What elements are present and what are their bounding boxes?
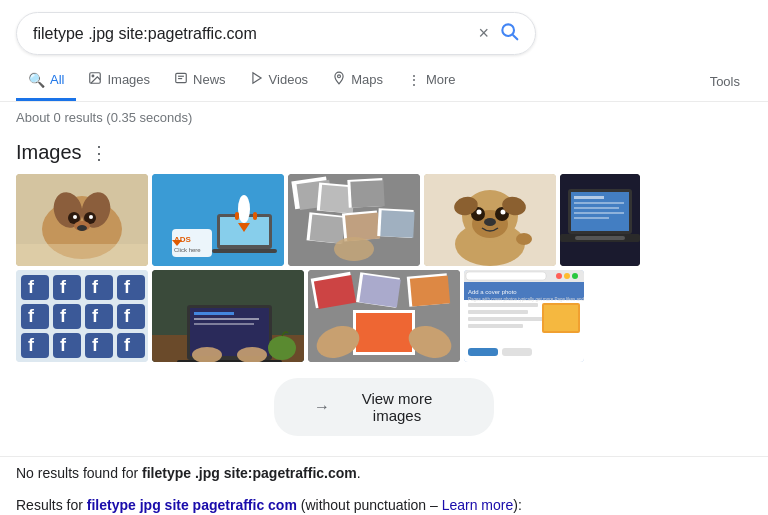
svg-text:f: f xyxy=(28,277,35,297)
svg-point-19 xyxy=(77,225,87,231)
all-icon: 🔍 xyxy=(28,72,45,88)
image-row-1: ADS Click here xyxy=(16,174,752,266)
svg-rect-84 xyxy=(117,304,145,329)
search-input[interactable] xyxy=(33,25,478,43)
search-button[interactable] xyxy=(499,21,519,46)
images-header: Images ⋮ xyxy=(16,141,752,164)
svg-rect-43 xyxy=(345,213,380,242)
svg-text:Add a cover photo: Add a cover photo xyxy=(468,289,517,295)
svg-rect-113 xyxy=(356,313,412,352)
nav-label-images: Images xyxy=(107,72,150,87)
learn-more-link[interactable]: Learn more xyxy=(442,497,514,513)
svg-text:f: f xyxy=(60,277,67,297)
images-menu-icon[interactable]: ⋮ xyxy=(90,142,108,164)
image-cell-photos[interactable] xyxy=(288,174,420,266)
svg-rect-41 xyxy=(310,214,346,243)
svg-rect-109 xyxy=(359,274,401,307)
nav-label-all: All xyxy=(50,72,64,87)
image-cell-dog[interactable] xyxy=(16,174,148,266)
nav-label-more: More xyxy=(426,72,456,87)
maps-icon xyxy=(332,71,346,88)
nav-item-news[interactable]: News xyxy=(162,61,238,101)
news-icon xyxy=(174,71,188,88)
svg-rect-68 xyxy=(574,217,609,219)
image-cell-rocket[interactable]: ADS Click here xyxy=(152,174,284,266)
svg-point-104 xyxy=(268,336,296,360)
svg-rect-27 xyxy=(212,249,277,253)
svg-text:f: f xyxy=(60,306,67,326)
view-more-label: View more images xyxy=(340,390,454,424)
image-cell-laptop-person[interactable] xyxy=(152,270,304,362)
view-more-wrapper: → View more images xyxy=(0,362,768,452)
nav-item-videos[interactable]: Videos xyxy=(238,61,321,101)
svg-point-121 xyxy=(572,273,578,279)
images-icon xyxy=(88,71,102,88)
suggestion-suffix: ): xyxy=(513,497,522,513)
svg-rect-131 xyxy=(544,305,578,331)
results-info: About 0 results (0.35 seconds) xyxy=(0,102,768,133)
svg-rect-86 xyxy=(21,333,49,358)
svg-rect-100 xyxy=(194,318,259,320)
svg-rect-70 xyxy=(21,275,49,300)
svg-rect-82 xyxy=(85,304,113,329)
svg-point-28 xyxy=(238,195,250,223)
svg-text:f: f xyxy=(92,335,99,355)
svg-point-55 xyxy=(484,218,496,226)
nav-label-news: News xyxy=(193,72,226,87)
image-cell-facebook[interactable]: f f f f f f f f f xyxy=(16,270,148,362)
images-section: Images ⋮ xyxy=(0,133,768,362)
tools-button[interactable]: Tools xyxy=(698,64,752,99)
view-more-button[interactable]: → View more images xyxy=(274,378,494,436)
svg-rect-31 xyxy=(253,212,257,220)
svg-point-8 xyxy=(338,75,341,78)
svg-rect-45 xyxy=(380,210,414,238)
svg-rect-111 xyxy=(410,275,450,306)
svg-rect-78 xyxy=(21,304,49,329)
svg-point-0 xyxy=(502,24,514,36)
svg-text:Pages with cover photos typica: Pages with cover photos typically get mo… xyxy=(468,297,584,302)
svg-text:f: f xyxy=(28,335,35,355)
svg-rect-76 xyxy=(117,275,145,300)
nav-item-all[interactable]: 🔍 All xyxy=(16,62,76,101)
svg-rect-63 xyxy=(575,236,625,240)
svg-rect-133 xyxy=(502,348,532,356)
search-bar: × xyxy=(16,12,536,55)
search-bar-wrapper: × xyxy=(0,0,768,55)
svg-point-17 xyxy=(89,215,93,219)
image-cell-pug[interactable] xyxy=(424,174,556,266)
svg-rect-128 xyxy=(468,317,548,321)
svg-text:f: f xyxy=(92,277,99,297)
svg-point-3 xyxy=(93,75,95,77)
image-row-2: f f f f f f f f f xyxy=(16,270,752,362)
svg-point-53 xyxy=(477,210,482,215)
clear-icon[interactable]: × xyxy=(478,23,489,44)
svg-rect-98 xyxy=(177,360,282,362)
svg-rect-80 xyxy=(53,304,81,329)
no-results-prefix: No results found for xyxy=(16,465,142,481)
nav-item-images[interactable]: Images xyxy=(76,61,162,101)
svg-point-16 xyxy=(73,215,77,219)
svg-text:f: f xyxy=(124,277,131,297)
suggestion-link[interactable]: filetype jpg site pagetraffic com xyxy=(87,497,297,513)
svg-rect-74 xyxy=(85,275,113,300)
suggestion-middle: (without punctuation – xyxy=(297,497,442,513)
svg-rect-90 xyxy=(85,333,113,358)
svg-rect-127 xyxy=(468,310,528,314)
no-results-text: No results found for filetype .jpg site:… xyxy=(0,456,768,489)
svg-rect-65 xyxy=(574,202,624,204)
nav-item-more[interactable]: ⋮ More xyxy=(395,62,468,101)
image-cell-hands-photos[interactable] xyxy=(308,270,460,362)
nav-item-maps[interactable]: Maps xyxy=(320,61,395,101)
svg-text:f: f xyxy=(92,306,99,326)
svg-rect-72 xyxy=(53,275,81,300)
image-cell-screenshot[interactable]: Add a cover photo Pages with cover photo… xyxy=(464,270,584,362)
arrow-icon: → xyxy=(314,398,330,416)
image-grid: ADS Click here xyxy=(16,174,752,362)
svg-line-1 xyxy=(513,35,517,39)
svg-rect-30 xyxy=(235,212,239,220)
image-cell-laptop-dark[interactable] xyxy=(560,174,640,266)
svg-rect-132 xyxy=(468,348,498,356)
svg-point-119 xyxy=(556,273,562,279)
no-results-query: filetype .jpg site:pagetraffic.com xyxy=(142,465,357,481)
svg-rect-126 xyxy=(468,303,538,307)
